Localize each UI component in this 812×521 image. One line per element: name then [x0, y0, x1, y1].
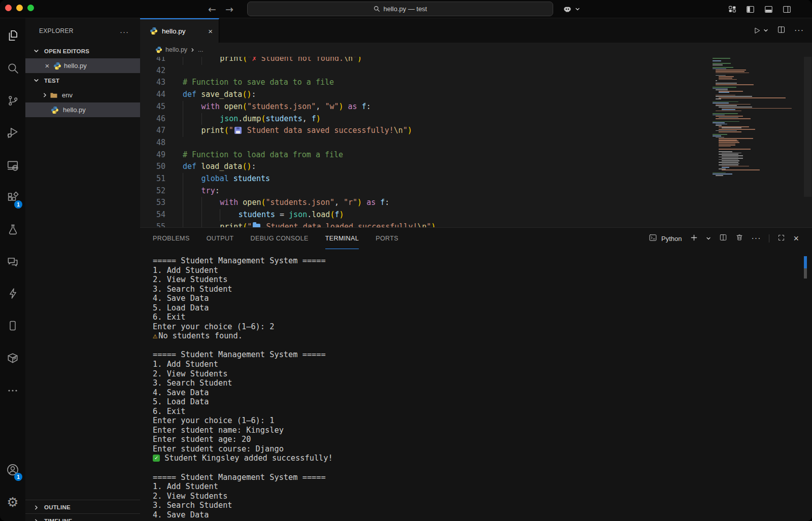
extensions-activity-icon[interactable]: 1	[0, 185, 25, 210]
python-file-icon	[150, 27, 158, 35]
split-editor-button[interactable]	[777, 25, 786, 36]
breadcrumb-file[interactable]: hello.py	[165, 46, 187, 53]
breadcrumb-symbol[interactable]: ...	[198, 46, 203, 53]
accounts-icon[interactable]: 1	[0, 458, 25, 482]
code-line[interactable]: 46json.dump(students, f)	[140, 113, 812, 125]
workspace-name-label: TEST	[44, 78, 59, 84]
terminal-line: Enter your choice (1–6): 2	[153, 322, 797, 332]
line-number: 43	[140, 77, 165, 89]
explorer-activity-icon[interactable]	[0, 23, 25, 48]
close-panel-button[interactable]: ×	[793, 233, 799, 244]
run-debug-activity-icon[interactable]	[0, 120, 25, 145]
panel-tab-problems[interactable]: PROBLEMS	[153, 228, 190, 249]
open-editor-item-hello-py[interactable]: × hello.py	[25, 58, 140, 73]
code-line[interactable]: 47print(" Student data saved successfull…	[140, 125, 812, 137]
maximize-panel-button[interactable]	[777, 234, 785, 244]
comments-activity-icon[interactable]	[0, 250, 25, 274]
terminal-output[interactable]: ===== Student Management System =====1. …	[153, 256, 797, 521]
command-center-search[interactable]: hello.py — test	[247, 2, 553, 16]
warning-icon: ⚠	[153, 331, 157, 340]
close-editor-icon[interactable]: ×	[42, 61, 52, 70]
panel-tab-debug-console[interactable]: DEBUG CONSOLE	[250, 228, 308, 249]
kill-terminal-button[interactable]	[735, 233, 743, 244]
code-line[interactable]: 52try:	[140, 185, 812, 197]
customize-layout-button[interactable]	[728, 5, 737, 14]
traffic-lights	[5, 5, 34, 11]
line-number: 47	[140, 125, 165, 137]
run-python-file-button[interactable]	[753, 26, 768, 35]
minimize-window-button[interactable]	[16, 5, 23, 11]
launch-profile-chevron-icon[interactable]	[706, 234, 711, 243]
code-line[interactable]: 50def load_data():	[140, 161, 812, 173]
breadcrumb[interactable]: hello.py ...	[140, 43, 812, 57]
explorer-more-actions-button[interactable]: ···	[120, 27, 129, 36]
source-control-activity-icon[interactable]	[0, 88, 25, 113]
minimap[interactable]	[713, 58, 796, 188]
titlebar: ← → hello.py — test	[0, 0, 812, 18]
close-window-button[interactable]	[5, 5, 12, 11]
editor-scrollbar[interactable]	[804, 57, 811, 197]
back-button[interactable]: ←	[208, 4, 216, 15]
code-line[interactable]: 45with open("students.json", "w") as f:	[140, 101, 812, 113]
terminal-scrollbar[interactable]	[804, 268, 807, 279]
code-line[interactable]: 49# Function to load data from a file	[140, 149, 812, 161]
code-line[interactable]: 53with open("students.json", "r") as f:	[140, 197, 812, 209]
folder-icon	[49, 91, 59, 99]
line-number: 42	[140, 65, 165, 77]
search-activity-icon[interactable]	[0, 56, 25, 80]
terminal-line: ===== Student Management System =====	[153, 473, 797, 482]
terminal-line: 4. Save Data	[153, 388, 797, 398]
terminal-shell-label: Python	[661, 235, 682, 242]
more-activity-icon[interactable]	[0, 378, 25, 403]
open-editors-section-header[interactable]: OPEN EDITORS	[25, 44, 140, 58]
editor-more-actions-button[interactable]: ···	[794, 26, 804, 35]
code-line[interactable]: 48	[140, 137, 812, 149]
terminal-line: 3. Search Student	[153, 285, 797, 294]
split-terminal-button[interactable]	[719, 233, 727, 244]
toggle-primary-sidebar-button[interactable]	[746, 5, 755, 14]
panel-more-actions-button[interactable]: ···	[752, 234, 761, 243]
line-number: 45	[140, 101, 165, 113]
new-terminal-button[interactable]	[690, 234, 698, 244]
copilot-icon	[562, 4, 572, 14]
containers-activity-icon[interactable]	[0, 346, 25, 370]
mobile-preview-activity-icon[interactable]	[0, 314, 25, 338]
chevron-right-icon	[32, 505, 40, 510]
code-line[interactable]: 44def save_data():	[140, 89, 812, 101]
timeline-section-header[interactable]: TIMELINE	[25, 513, 140, 521]
tab-close-icon[interactable]: ×	[208, 27, 213, 36]
toggle-panel-button[interactable]	[764, 5, 773, 14]
tree-item-env[interactable]: env	[25, 88, 140, 102]
editor-tab-hello-py[interactable]: hello.py ×	[140, 18, 219, 43]
workspace-section-header[interactable]: TEST	[25, 73, 140, 88]
remote-explorer-activity-icon[interactable]	[0, 153, 25, 178]
code-line[interactable]: 51global students	[140, 173, 812, 185]
forward-button[interactable]: →	[225, 4, 233, 15]
python-file-icon	[52, 62, 62, 70]
toggle-secondary-sidebar-button[interactable]	[782, 5, 792, 14]
terminal-line: 4. Save Data	[153, 294, 797, 303]
tab-label: hello.py	[162, 27, 186, 35]
code-line[interactable]: 42	[140, 65, 812, 77]
outline-section-header[interactable]: OUTLINE	[25, 500, 140, 514]
code-line[interactable]: 55print(" Student data loaded successful…	[140, 221, 812, 227]
code-line[interactable]: 43# Function to save data to a file	[140, 77, 812, 89]
panel-tab-ports[interactable]: PORTS	[376, 228, 398, 249]
tree-item-hello-py[interactable]: hello.py	[25, 102, 140, 117]
code-line[interactable]: 54students = json.load(f)	[140, 209, 812, 221]
terminal-line: ⚠No students found.	[153, 331, 797, 341]
settings-gear-icon[interactable]: ⚙	[0, 490, 25, 514]
code-editor[interactable]: 41print("✗ Student not found.\n")4243# F…	[140, 57, 812, 227]
panel-tab-output[interactable]: OUTPUT	[207, 228, 234, 249]
chevron-down-icon	[32, 78, 40, 83]
line-number: 41	[140, 57, 165, 65]
terminal-line: 6. Exit	[153, 407, 797, 416]
terminal-line: 6. Exit	[153, 312, 797, 322]
zoom-window-button[interactable]	[27, 5, 34, 11]
panel-tab-terminal[interactable]: TERMINAL	[325, 228, 359, 249]
testing-activity-icon[interactable]	[0, 217, 25, 241]
code-line[interactable]: 41print("✗ Student not found.\n")	[140, 57, 812, 65]
thunder-client-activity-icon[interactable]	[0, 281, 25, 305]
copilot-menu[interactable]	[562, 0, 580, 18]
terminal-line: 3. Search Student	[153, 501, 797, 510]
